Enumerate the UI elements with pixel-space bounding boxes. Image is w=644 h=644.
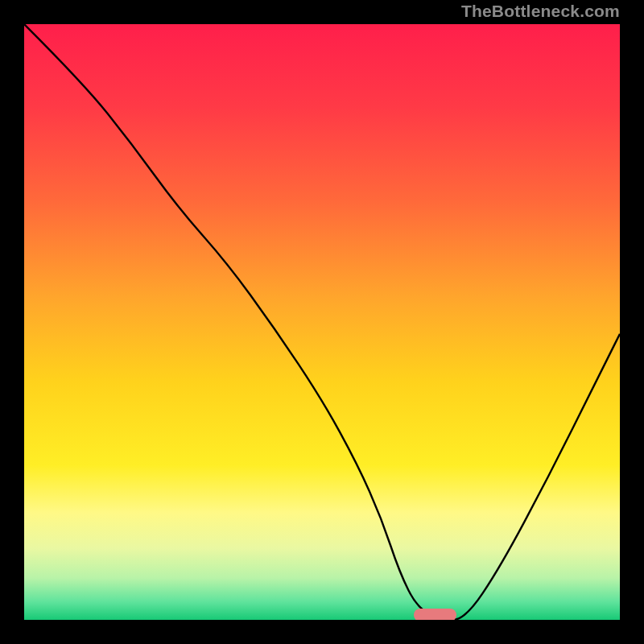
watermark-text: TheBottleneck.com <box>461 2 620 21</box>
optimal-region-marker <box>414 609 456 620</box>
plot-area <box>24 24 620 620</box>
chart-frame: TheBottleneck.com <box>0 0 644 644</box>
bottleneck-curve <box>24 24 620 620</box>
